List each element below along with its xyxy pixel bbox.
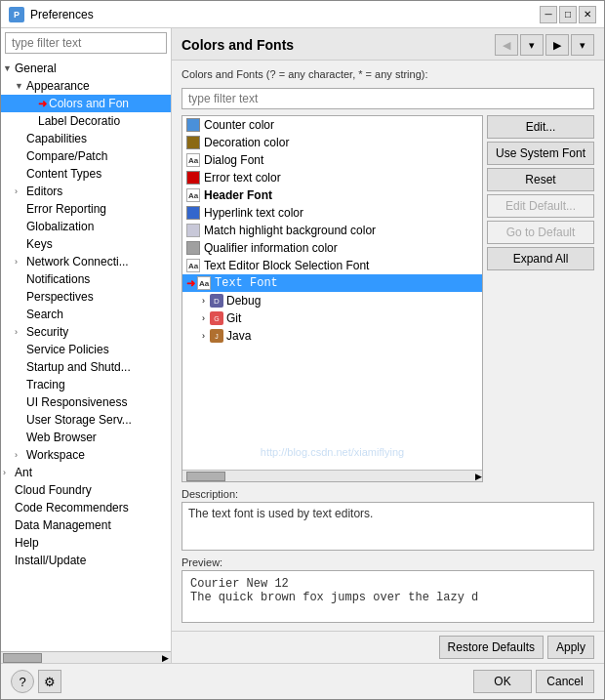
match-highlight-swatch: [186, 224, 200, 237]
tree-item-label-deco[interactable]: Label Decoratio: [1, 112, 171, 130]
tree-item-ui-responsiveness[interactable]: UI Responsiveness: [1, 393, 171, 411]
tree-label-data-mgmt: Data Management: [15, 518, 111, 532]
debug-toggle: ›: [202, 296, 205, 306]
nav-forward-dropdown-button[interactable]: ▾: [571, 34, 594, 56]
tree-item-globalization[interactable]: Globalization: [1, 218, 171, 235]
tree-item-data-mgmt[interactable]: Data Management: [1, 516, 171, 534]
java-icon: J: [210, 329, 223, 343]
minimize-button[interactable]: ─: [540, 6, 557, 23]
tree-item-network[interactable]: › Network Connecti...: [1, 253, 171, 270]
color-item-hyperlink[interactable]: Hyperlink text color: [182, 204, 482, 222]
color-item-debug-parent[interactable]: › D Debug: [182, 292, 482, 309]
color-item-java-parent[interactable]: › J Java: [182, 327, 482, 345]
tree-label-globalization: Globalization: [26, 220, 94, 233]
tree-item-colors-fonts[interactable]: ➜ Colors and Fon: [1, 95, 171, 112]
git-toggle: ›: [202, 313, 205, 323]
tree-item-content-types[interactable]: Content Types: [1, 165, 171, 183]
tree-item-keys[interactable]: Keys: [1, 235, 171, 253]
color-item-text-editor-block[interactable]: Aa Text Editor Block Selection Font: [182, 257, 482, 274]
hyperlink-swatch: [186, 206, 200, 220]
help-button[interactable]: ?: [11, 670, 34, 693]
use-system-font-button[interactable]: Use System Font: [487, 142, 594, 165]
horizontal-scrollbar[interactable]: ▶: [182, 470, 482, 481]
window-controls: ─ □ ✕: [540, 6, 596, 23]
tree-label-workspace: Workspace: [26, 448, 85, 462]
tree-item-workspace[interactable]: › Workspace: [1, 446, 171, 464]
apply-button[interactable]: Apply: [547, 636, 594, 659]
preferences-dialog: P Preferences ─ □ ✕ ▼ General ▼ Appearan…: [0, 0, 605, 700]
left-scrollbar-thumb[interactable]: [3, 653, 42, 663]
tree-label-ui-resp: UI Responsiveness: [26, 395, 127, 409]
red-arrow-text-font: ➜: [186, 277, 195, 290]
reset-button[interactable]: Reset: [487, 168, 594, 191]
color-item-dialog-font[interactable]: Aa Dialog Font: [182, 151, 482, 169]
right-panel-title: Colors and Fonts: [182, 37, 294, 53]
tree-item-error-reporting[interactable]: Error Reporting: [1, 200, 171, 218]
tree-label-label-deco: Label Decoratio: [38, 114, 120, 128]
tree-item-security[interactable]: › Security: [1, 323, 171, 341]
cancel-button[interactable]: Cancel: [536, 670, 594, 693]
nav-dropdown-button[interactable]: ▾: [520, 34, 544, 56]
expand-all-button[interactable]: Expand All: [487, 247, 594, 270]
hscroll-right-arrow[interactable]: ▶: [475, 472, 482, 481]
go-to-default-button[interactable]: Go to Default: [487, 221, 594, 244]
tree-item-user-storage[interactable]: User Storage Serv...: [1, 411, 171, 429]
restore-defaults-button[interactable]: Restore Defaults: [439, 636, 544, 659]
left-scroll-right[interactable]: ▶: [159, 652, 171, 664]
left-panel-scrollbar[interactable]: ▶: [1, 651, 171, 663]
tree-item-code-recommenders[interactable]: Code Recommenders: [1, 499, 171, 516]
colors-list-area: Counter color Decoration color Aa Dialog…: [182, 115, 594, 482]
color-item-git-parent[interactable]: › G Git: [182, 309, 482, 327]
qualifier-label: Qualifier information color: [204, 241, 338, 255]
tree-item-appearance[interactable]: ▼ Appearance: [1, 77, 171, 95]
close-button[interactable]: ✕: [579, 6, 596, 23]
description-text: The text font is used by text editors.: [182, 502, 594, 551]
toggle-workspace: ›: [15, 450, 26, 460]
color-item-text-font[interactable]: ➜ Aa Text Font: [182, 274, 482, 292]
tree-item-install-update[interactable]: Install/Update: [1, 552, 171, 569]
tree-item-perspectives[interactable]: Perspectives: [1, 288, 171, 306]
ok-button[interactable]: OK: [473, 670, 532, 693]
tree-label-cloud: Cloud Foundry: [15, 483, 92, 497]
qualifier-swatch: [186, 241, 200, 255]
tree-item-cloud-foundry[interactable]: Cloud Foundry: [1, 481, 171, 499]
toggle-ant: ›: [3, 468, 15, 477]
colors-filter-input[interactable]: [182, 88, 594, 109]
counter-label: Counter color: [204, 118, 274, 132]
tree-item-editors[interactable]: › Editors: [1, 183, 171, 200]
colors-list-scroll[interactable]: Counter color Decoration color Aa Dialog…: [182, 116, 482, 470]
nav-back-button[interactable]: ◀: [495, 34, 518, 56]
hscroll-thumb[interactable]: [186, 472, 225, 481]
edit-button[interactable]: Edit...: [487, 115, 594, 139]
tree-item-general[interactable]: ▼ General: [1, 60, 171, 77]
tree-item-notifications[interactable]: Notifications: [1, 270, 171, 288]
text-font-swatch: Aa: [197, 276, 211, 290]
tree-filter-input[interactable]: [5, 32, 167, 54]
color-item-decoration[interactable]: Decoration color: [182, 134, 482, 151]
edit-default-button[interactable]: Edit Default...: [487, 194, 594, 218]
color-item-error-text[interactable]: Error text color: [182, 169, 482, 186]
settings-button[interactable]: ⚙: [38, 670, 61, 693]
tree-item-web-browser[interactable]: Web Browser: [1, 429, 171, 446]
nav-forward-button[interactable]: ▶: [545, 34, 569, 56]
tree-label-capabilities: Capabilities: [26, 132, 87, 145]
tree-item-compare-patch[interactable]: Compare/Patch: [1, 147, 171, 165]
tree-label-content-types: Content Types: [26, 167, 101, 181]
tree-item-search[interactable]: Search: [1, 306, 171, 323]
app-icon: P: [9, 7, 24, 22]
debug-icon: D: [210, 294, 223, 308]
color-item-qualifier-info[interactable]: Qualifier information color: [182, 239, 482, 257]
color-item-counter[interactable]: Counter color: [182, 116, 482, 134]
tree-item-help[interactable]: Help: [1, 534, 171, 552]
tree-item-capabilities[interactable]: Capabilities: [1, 130, 171, 147]
tree-label-code-rec: Code Recommenders: [15, 501, 129, 515]
tree-item-startup[interactable]: Startup and Shutd...: [1, 358, 171, 376]
header-font-label: Header Font: [204, 188, 272, 202]
tree-item-ant[interactable]: › Ant: [1, 464, 171, 481]
maximize-button[interactable]: □: [559, 6, 577, 23]
tree-label-tracing: Tracing: [26, 378, 65, 391]
color-item-match-highlight[interactable]: Match highlight background color: [182, 222, 482, 239]
tree-item-service-policies[interactable]: Service Policies: [1, 341, 171, 358]
color-item-header-font[interactable]: Aa Header Font: [182, 186, 482, 204]
tree-item-tracing[interactable]: Tracing: [1, 376, 171, 393]
